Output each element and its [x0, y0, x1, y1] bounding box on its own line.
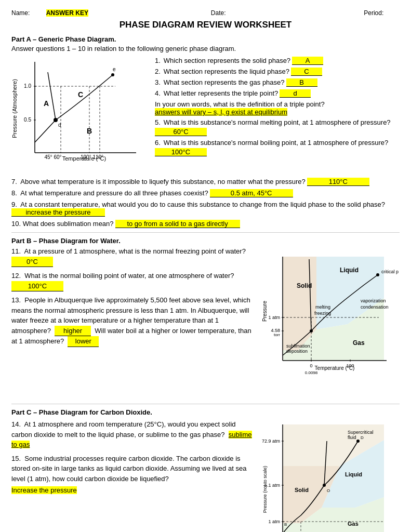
svg-text:B: B: [284, 522, 287, 527]
svg-text:fluid: fluid: [348, 435, 356, 440]
svg-text:A: A: [44, 99, 49, 108]
svg-text:sublimation: sublimation: [286, 343, 310, 349]
page-title: PHASE DIAGRAM REVIEW WORKSHEET: [11, 20, 400, 30]
q11-answer: 0°C: [11, 257, 53, 268]
svg-text:melting: melting: [315, 304, 330, 310]
q2: 2. What section represents the liquid ph…: [155, 68, 400, 76]
svg-text:100° 110°: 100° 110°: [81, 154, 103, 160]
svg-text:Liquid: Liquid: [345, 471, 362, 477]
q13-answer1: higher: [55, 326, 91, 337]
q12: 12. What is the normal boiling point of …: [11, 271, 252, 291]
q15: 15. Some industrial processes require ca…: [11, 454, 252, 496]
q7-answer: 110°C: [307, 178, 369, 186]
q8: 8. At what temperature and pressure do a…: [11, 189, 400, 197]
q10: 10. What does sublimation mean? to go fr…: [11, 220, 400, 228]
part-a-intro: Answer questions 1 – 10 in relation to t…: [11, 45, 400, 52]
divider-bc: [11, 404, 400, 404]
svg-text:Solid: Solid: [295, 487, 309, 493]
q3-answer: B: [286, 78, 317, 87]
svg-text:C: C: [78, 90, 83, 99]
svg-text:deposition: deposition: [286, 349, 308, 354]
part-a-questions: 1. Which section represents the solid ph…: [155, 57, 400, 172]
q4b-answer: answers will vary – s, l, g exist at equ…: [155, 108, 287, 116]
svg-text:0.0098: 0.0098: [305, 370, 318, 375]
period-field: Period:: [364, 9, 400, 17]
part-b-title: Part B – Phase Diagram for Water.: [11, 237, 400, 245]
q15-answer: Increase the pressure: [11, 486, 77, 494]
svg-text:Gas: Gas: [348, 521, 359, 527]
svg-text:Liquid: Liquid: [340, 267, 359, 274]
svg-point-76: [323, 484, 326, 487]
q14: 14. At 1 atmosphere and room temperature…: [11, 419, 252, 450]
q4b: In your own words, what is the definitio…: [155, 100, 400, 116]
svg-text:1 atm: 1 atm: [268, 519, 280, 524]
svg-text:Solid: Solid: [297, 282, 312, 289]
part-b-section: Part B – Phase Diagram for Water. 11. At…: [11, 237, 400, 398]
name-field: Name: ANSWER KEY: [11, 9, 115, 17]
svg-text:torr: torr: [274, 332, 280, 337]
svg-text:45° 60°: 45° 60°: [44, 154, 61, 160]
part-a-title: Part A – Generic Phase Diagram.: [11, 35, 400, 43]
q6-answer: 100°C: [155, 148, 207, 156]
date-field: Date:: [211, 9, 268, 17]
q6: 6. What is this substance's normal boili…: [155, 139, 400, 156]
phase-diagram-svg: Pressure (Atmosphere) Temperature (°C) 1…: [11, 57, 144, 171]
svg-line-11: [35, 120, 56, 142]
svg-text:vaporization: vaporization: [361, 298, 386, 303]
header-row: Name: ANSWER KEY Date: Period:: [11, 9, 400, 17]
svg-point-12: [54, 118, 58, 122]
part-a-container: Pressure (Atmosphere) Temperature (°C) 1…: [11, 57, 400, 172]
generic-phase-diagram: Pressure (Atmosphere) Temperature (°C) 1…: [11, 57, 147, 172]
svg-point-78: [356, 440, 360, 443]
q1-answer: A: [292, 57, 323, 65]
svg-text:Supercritical: Supercritical: [348, 430, 374, 435]
q5: 5. What is this substance's normal melti…: [155, 118, 400, 136]
svg-line-10: [48, 72, 56, 120]
water-diagram-svg: Pressure Temperature (°C) 0 100 0.0098 1…: [259, 246, 399, 397]
q5-answer: 60°C: [155, 128, 207, 136]
part-b-container: 11. At a pressure of 1 atmosphere, what …: [11, 246, 400, 398]
svg-text:freezing: freezing: [314, 311, 331, 316]
q14-answer: sublime to gas: [11, 431, 252, 449]
svg-point-42: [376, 273, 379, 276]
q11: 11. At a pressure of 1 atmosphere, what …: [11, 246, 252, 267]
svg-text:Pressure (not to scale): Pressure (not to scale): [262, 466, 268, 513]
divider-ab: [11, 232, 400, 233]
svg-text:72.9 atm: 72.9 atm: [262, 438, 280, 444]
svg-text:0: 0: [310, 363, 312, 368]
q13: 13. People in Albuquerque live approxima…: [11, 295, 252, 347]
part-c-container: 14. At 1 atmosphere and room temperature…: [11, 419, 400, 532]
svg-text:condensation: condensation: [361, 304, 389, 310]
part-c-section: Part C – Phase Diagram for Carbon Dioxid…: [11, 408, 400, 532]
q13-answer2: lower: [68, 336, 99, 347]
svg-text:1 atm: 1 atm: [268, 315, 280, 320]
svg-text:O: O: [327, 488, 330, 493]
q1: 1. Which section represents the solid ph…: [155, 57, 400, 65]
svg-text:Pressure: Pressure: [262, 301, 268, 322]
q3: 3. What section represents the gas phase…: [155, 78, 400, 87]
svg-text:Gas: Gas: [353, 339, 365, 347]
water-phase-diagram: Pressure Temperature (°C) 0 100 0.0098 1…: [259, 246, 400, 398]
svg-text:D: D: [361, 435, 364, 440]
svg-point-14: [111, 73, 114, 76]
q4-answer: d: [280, 89, 311, 98]
svg-text:5.1 atm: 5.1 atm: [264, 483, 280, 488]
q2-answer: C: [291, 68, 322, 76]
q7: 7. Above what temperature is it impossib…: [11, 178, 400, 186]
q12-answer: 100°C: [11, 281, 63, 292]
q4: 4. What letter represents the triple poi…: [155, 89, 400, 98]
q8-answer: 0.5 atm, 45°C: [210, 189, 293, 197]
q9: 9. At a constant temperature, what would…: [11, 201, 400, 217]
part-c-questions: 14. At 1 atmosphere and room temperature…: [11, 419, 252, 532]
svg-text:100: 100: [346, 363, 354, 368]
co2-phase-diagram: Pressure (not to scale) Temperature (not…: [259, 419, 400, 532]
svg-text:1.0: 1.0: [24, 83, 31, 89]
part-b-questions: 11. At a pressure of 1 atmosphere, what …: [11, 246, 252, 398]
co2-diagram-svg: Pressure (not to scale) Temperature (not…: [259, 419, 399, 532]
part-c-title: Part C – Phase Diagram for Carbon Dioxid…: [11, 408, 400, 416]
q10-answer: to go from a solid to a gas directly: [115, 220, 240, 228]
svg-text:e: e: [113, 66, 116, 72]
svg-text:Pressure (Atmosphere): Pressure (Atmosphere): [11, 79, 18, 138]
part-a-section: Part A – Generic Phase Diagram. Answer q…: [11, 35, 400, 228]
svg-text:0.5: 0.5: [24, 117, 31, 123]
